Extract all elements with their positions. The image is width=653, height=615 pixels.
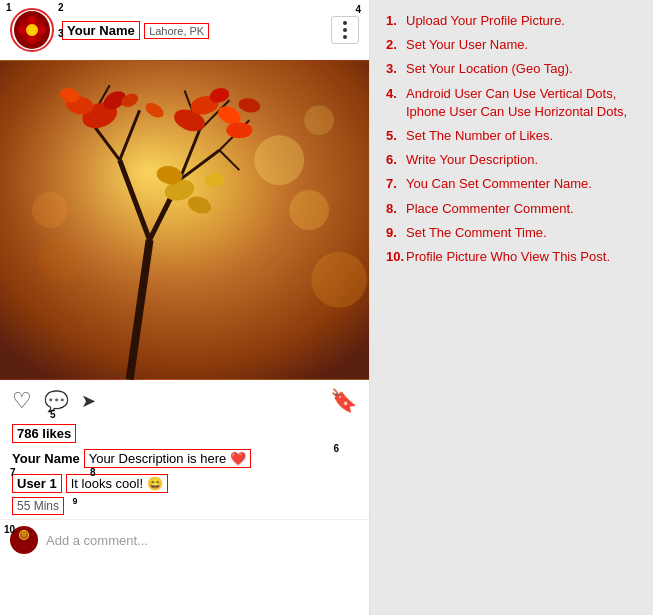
autumn-scene-image: [0, 60, 369, 380]
step-text: Set Your User Name.: [406, 36, 637, 54]
instruction-item-5: 5.Set The Number of Likes.: [386, 127, 637, 145]
svg-point-40: [254, 135, 304, 185]
step-num: 2.: [386, 36, 406, 54]
svg-point-42: [32, 192, 68, 228]
username-label: Your Name: [62, 21, 140, 40]
step-num: 4.: [386, 85, 406, 121]
badge-7: 7: [10, 467, 16, 478]
add-comment-section[interactable]: 10 Add a comment...: [0, 519, 369, 560]
step-num: 9.: [386, 224, 406, 242]
user-info: Your Name Lahore, PK: [62, 21, 331, 40]
instruction-item-10: 10.Profile Picture Who View This Post.: [386, 248, 637, 266]
step-text: Set Your Location (Geo Tag).: [406, 60, 637, 78]
svg-point-44: [38, 238, 82, 282]
location-label: Lahore, PK: [144, 23, 209, 39]
comment-section: 7 8 User 1 It looks cool! 😄: [0, 472, 369, 495]
step-text: Profile Picture Who View This Post.: [406, 248, 637, 266]
badge-9: 9: [72, 496, 77, 506]
avatar-ring: [10, 8, 54, 52]
likes-count: 786 likes: [12, 424, 76, 443]
step-text: Upload Your Profile Picture.: [406, 12, 637, 30]
step-text: Write Your Description.: [406, 151, 637, 169]
comment-username: User 1: [12, 474, 62, 493]
instruction-item-3: 3.Set Your Location (Geo Tag).: [386, 60, 637, 78]
instructions-list: 1.Upload Your Profile Picture.2.Set Your…: [386, 12, 637, 266]
three-dots-button[interactable]: [331, 16, 359, 44]
instruction-item-2: 2.Set Your User Name.: [386, 36, 637, 54]
profile-avatar-container[interactable]: [10, 8, 54, 52]
instruction-item-4: 4.Android User Can Use Vertical Dots, Ip…: [386, 85, 637, 121]
svg-point-41: [289, 190, 329, 230]
avatar-inner: [14, 11, 50, 49]
comment-icon[interactable]: 💬: [44, 389, 69, 413]
instruction-item-7: 7.You Can Set Commenter Name.: [386, 175, 637, 193]
badge-4: 4: [355, 4, 361, 15]
instruction-item-6: 6.Write Your Description.: [386, 151, 637, 169]
actions-bar: 5 ♡ 💬 ➤ 🔖: [0, 380, 369, 422]
badge-6: 6: [333, 443, 339, 454]
step-num: 6.: [386, 151, 406, 169]
step-num: 5.: [386, 127, 406, 145]
description-username: Your Name: [12, 451, 80, 466]
step-num: 10.: [386, 248, 406, 266]
step-text: Set The Comment Time.: [406, 224, 637, 242]
badge-5: 5: [50, 409, 56, 420]
share-icon[interactable]: ➤: [81, 390, 96, 412]
step-text: You Can Set Commenter Name.: [406, 175, 637, 193]
svg-point-32: [226, 122, 252, 138]
commenter-avatar-icon: [12, 528, 36, 552]
instruction-item-8: 8.Place Commenter Comment.: [386, 200, 637, 218]
step-text: Android User Can Use Vertical Dots, Ipho…: [406, 85, 637, 121]
like-icon[interactable]: ♡: [12, 388, 32, 414]
badge-3: 3: [58, 28, 64, 39]
instagram-post-panel: 1 2 3 4: [0, 0, 370, 615]
description-text: Your Description is here ❤️: [84, 449, 251, 468]
instruction-item-9: 9.Set The Comment Time.: [386, 224, 637, 242]
svg-point-49: [20, 531, 28, 539]
svg-point-43: [304, 105, 334, 135]
add-comment-placeholder[interactable]: Add a comment...: [46, 533, 359, 548]
step-num: 7.: [386, 175, 406, 193]
step-text: Set The Number of Likes.: [406, 127, 637, 145]
badge-2: 2: [58, 2, 64, 13]
svg-point-8: [26, 24, 38, 36]
instruction-item-1: 1.Upload Your Profile Picture.: [386, 12, 637, 30]
instructions-panel: 1.Upload Your Profile Picture.2.Set Your…: [370, 0, 653, 615]
likes-section: 786 likes: [0, 422, 369, 447]
step-num: 1.: [386, 12, 406, 30]
bookmark-icon[interactable]: 🔖: [330, 388, 357, 414]
time-section: 55 Mins 9: [0, 495, 369, 519]
step-num: 8.: [386, 200, 406, 218]
svg-point-45: [311, 252, 367, 308]
profile-picture-icon: [15, 13, 49, 47]
description-section: 6 Your Name Your Description is here ❤️: [0, 447, 369, 472]
post-image: [0, 60, 369, 380]
comment-time: 55 Mins: [12, 497, 64, 515]
badge-8: 8: [90, 467, 96, 478]
badge-10: 10: [4, 524, 15, 535]
comment-text: It looks cool! 😄: [66, 474, 168, 493]
vertical-dots-icon: [343, 21, 347, 39]
post-header: 1 2 3 4: [0, 0, 369, 60]
step-text: Place Commenter Comment.: [406, 200, 637, 218]
step-num: 3.: [386, 60, 406, 78]
